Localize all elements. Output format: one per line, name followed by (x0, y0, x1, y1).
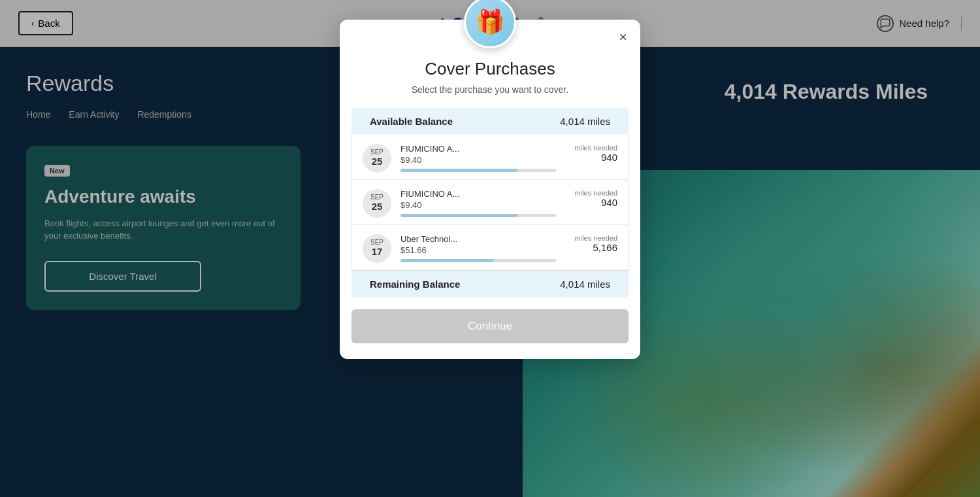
date-day-0: 25 (372, 156, 383, 167)
miles-needed-0: miles needed 940 (565, 144, 617, 163)
purchase-info-1: FIUMICINO A... $9.40 (400, 189, 556, 217)
miles-needed-2: miles needed 5,166 (565, 234, 617, 253)
miles-needed-value-2: 5,166 (565, 242, 617, 253)
miles-needed-value-1: 940 (565, 197, 617, 208)
modal-close-button[interactable]: × (619, 30, 627, 44)
available-balance-value: 4,014 miles (560, 116, 610, 127)
remaining-balance-value: 4,014 miles (560, 279, 610, 290)
progress-bar-bg-2 (400, 259, 556, 262)
cover-purchases-modal: 🎁 × Cover Purchases Select the purchase … (340, 20, 640, 359)
miles-needed-1: miles needed 940 (565, 189, 617, 208)
available-balance-label: Available Balance (370, 116, 453, 127)
purchase-item-0[interactable]: Sep 25 FIUMICINO A... $9.40 miles needed… (352, 135, 628, 180)
remaining-balance-row: Remaining Balance 4,014 miles (351, 271, 629, 298)
gift-icon: 🎁 (464, 0, 516, 48)
purchase-name-1: FIUMICINO A... (400, 189, 556, 199)
date-month-0: Sep (370, 149, 384, 156)
remaining-balance-label: Remaining Balance (370, 279, 460, 290)
date-badge-1: Sep 25 (363, 189, 391, 218)
purchase-list: Sep 25 FIUMICINO A... $9.40 miles needed… (351, 135, 629, 271)
modal-title: Cover Purchases (340, 59, 640, 79)
purchase-info-2: Uber Technol... $51.66 (400, 234, 556, 262)
progress-bar-fill-0 (400, 169, 517, 172)
purchase-info-0: FIUMICINO A... $9.40 (400, 144, 556, 172)
purchase-name-0: FIUMICINO A... (400, 144, 556, 154)
available-balance-row: Available Balance 4,014 miles (351, 108, 629, 135)
progress-bar-bg-1 (400, 214, 556, 217)
miles-needed-label-2: miles needed (565, 234, 617, 242)
purchase-amount-0: $9.40 (400, 155, 556, 165)
progress-bar-fill-2 (400, 259, 494, 262)
miles-needed-label-0: miles needed (565, 144, 617, 152)
modal-icon-area: 🎁 (340, 0, 640, 48)
date-month-1: Sep (370, 194, 384, 201)
date-badge-2: Sep 17 (363, 234, 391, 263)
purchase-amount-1: $9.40 (400, 200, 556, 210)
progress-bar-fill-1 (400, 214, 517, 217)
purchase-item-2[interactable]: Sep 17 Uber Technol... $51.66 miles need… (352, 225, 628, 270)
continue-button[interactable]: Continue (351, 309, 629, 343)
date-badge-0: Sep 25 (363, 144, 391, 173)
miles-needed-label-1: miles needed (565, 189, 617, 197)
date-month-2: Sep (370, 239, 384, 246)
purchase-item-1[interactable]: Sep 25 FIUMICINO A... $9.40 miles needed… (352, 180, 628, 225)
modal-subtitle: Select the purchase you want to cover. (340, 84, 640, 95)
date-day-1: 25 (372, 201, 383, 213)
progress-bar-bg-0 (400, 169, 556, 172)
purchase-name-2: Uber Technol... (400, 234, 556, 244)
purchase-amount-2: $51.66 (400, 245, 556, 255)
date-day-2: 17 (372, 246, 383, 258)
miles-needed-value-0: 940 (565, 152, 617, 163)
